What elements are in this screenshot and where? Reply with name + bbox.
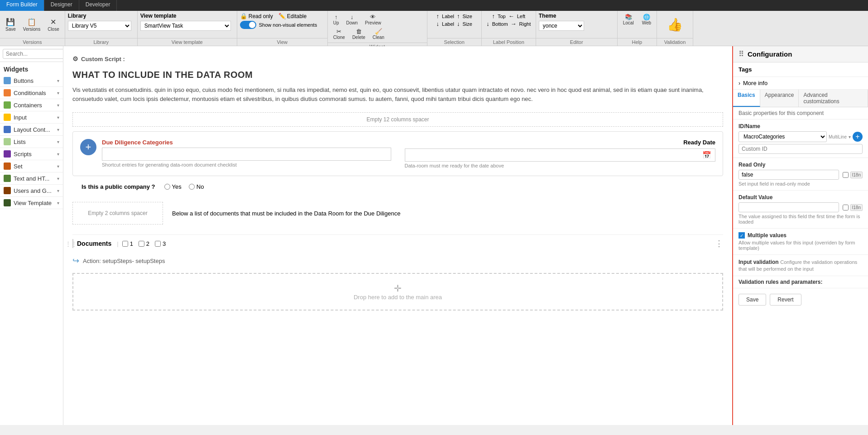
- widget-group-lists: Lists ▾: [0, 136, 63, 148]
- bottom-label: Bottom: [492, 21, 508, 27]
- close-button[interactable]: ✕ Close: [45, 17, 62, 33]
- containers-chevron: ▾: [57, 103, 59, 108]
- ready-date-input-row: 📅: [405, 148, 716, 162]
- widget-group-text-header[interactable]: Text and HT... ▾: [0, 172, 63, 184]
- widget-group-buttons: Buttons ▾: [0, 75, 63, 87]
- view-template-chevron: ▾: [57, 201, 59, 206]
- versions-button[interactable]: 📋 Versions: [20, 17, 43, 33]
- read-only-checkbox[interactable]: [843, 172, 849, 178]
- multiple-values-desc: Allow multiple values for this input (ov…: [739, 240, 863, 251]
- add-id-button[interactable]: +: [853, 132, 863, 142]
- delete-button[interactable]: 🗑 Delete: [350, 27, 368, 41]
- local-button[interactable]: 📚 Local: [620, 13, 637, 26]
- no-radio[interactable]: No: [189, 183, 204, 190]
- more-info-label: More info: [743, 80, 767, 86]
- preview-icon: 👁: [370, 14, 376, 20]
- ready-date-input[interactable]: [409, 152, 703, 158]
- calendar-icon[interactable]: 📅: [702, 151, 711, 159]
- text-icon: [4, 175, 11, 182]
- scripts-icon: [4, 150, 11, 158]
- containers-label: Containers: [14, 102, 42, 109]
- tab-advanced[interactable]: Advanced customizations: [799, 90, 868, 107]
- ready-date-hint: Data-room must me ready for the date abo…: [405, 163, 716, 168]
- size-down-icon: ↓: [457, 20, 460, 27]
- down-button[interactable]: ↓ Down: [344, 13, 361, 26]
- doc-checkboxes: 1 2 3: [122, 240, 166, 247]
- widget-group-set-header[interactable]: Set ▾: [0, 160, 63, 172]
- clean-button[interactable]: 🧹 Clean: [370, 27, 387, 41]
- doc-cb-1[interactable]: 1: [122, 240, 133, 247]
- search-input[interactable]: [3, 49, 63, 59]
- more-info-row[interactable]: › More info: [733, 77, 868, 90]
- no-radio-input[interactable]: [189, 184, 195, 190]
- read-only-field-label: Read Only: [739, 162, 863, 168]
- widget-group-text: Text and HT... ▾: [0, 172, 63, 185]
- clone-button[interactable]: ✂ Clone: [331, 27, 348, 41]
- delete-label: Delete: [352, 35, 365, 40]
- spacer-12-columns: Empty 12 columns spacer: [72, 112, 723, 127]
- gear-icon: ⚙: [72, 55, 78, 62]
- theme-select[interactable]: yonce: [539, 21, 584, 31]
- panel-revert-button[interactable]: Revert: [770, 294, 801, 306]
- due-dil-input[interactable]: [102, 148, 391, 161]
- default-i18n: I18n: [843, 204, 863, 211]
- tab-designer[interactable]: Designer: [44, 0, 79, 11]
- default-value-desc: The value assigned to this field the fir…: [739, 214, 863, 225]
- doc-separator: |: [117, 240, 118, 247]
- add-due-dil-button[interactable]: +: [80, 139, 96, 155]
- widget-group-scripts-header[interactable]: Scripts ▾: [0, 148, 63, 160]
- tab-basics[interactable]: Basics: [733, 90, 760, 107]
- widget-group-containers-header[interactable]: Containers ▾: [0, 99, 63, 111]
- doc-cb-2-input[interactable]: [139, 241, 144, 247]
- action-row: ↪ Action: setupSteps- setupSteps: [72, 252, 723, 269]
- widget-group-input: Input ▾: [0, 111, 63, 124]
- up-button[interactable]: ↑ Up: [331, 13, 342, 26]
- widget-group-input-header[interactable]: Input ▾: [0, 111, 63, 123]
- default-value-checkbox[interactable]: [843, 205, 849, 210]
- input-validation-section: Input validation Configure the validatio…: [733, 255, 868, 276]
- drop-zone[interactable]: ✛ Drop here to add to the main area: [72, 273, 723, 311]
- tab-form-builder[interactable]: Form Builder: [0, 0, 44, 11]
- doc-cb-2[interactable]: 2: [139, 240, 149, 247]
- content-body-text: Vis vetustatis et consuetudinis. quin in…: [72, 86, 723, 103]
- library-select[interactable]: Library V5: [68, 21, 131, 31]
- documents-label: Documents: [77, 240, 111, 247]
- default-value-input[interactable]: [739, 202, 839, 212]
- clone-icon: ✂: [336, 28, 341, 35]
- read-only-input[interactable]: [739, 170, 839, 180]
- widget-group-users-header[interactable]: Users and G... ▾: [0, 185, 63, 196]
- input-icon: [4, 114, 11, 121]
- doc-cb-3-input[interactable]: [155, 241, 161, 247]
- yes-radio-input[interactable]: [164, 184, 170, 190]
- web-button[interactable]: 🌐 Web: [639, 13, 654, 26]
- view-template-select[interactable]: SmartView Task: [140, 21, 231, 31]
- tab-appearance[interactable]: Appearance: [760, 90, 799, 107]
- custom-id-input[interactable]: [739, 144, 863, 154]
- doc-cb-1-label: 1: [130, 240, 133, 247]
- doc-cb-3[interactable]: 3: [155, 240, 166, 247]
- id-name-label: ID/Name: [739, 123, 863, 129]
- doc-cb-3-label: 3: [163, 240, 166, 247]
- bottom-icon: ↓: [486, 20, 489, 27]
- action-icon: ↪: [72, 256, 79, 266]
- multiple-values-label: Multiple values: [748, 232, 786, 239]
- yes-radio[interactable]: Yes: [164, 183, 182, 190]
- tab-developer[interactable]: Developer: [79, 0, 117, 11]
- doc-cb-1-input[interactable]: [122, 241, 128, 247]
- widget-group-lists-header[interactable]: Lists ▾: [0, 136, 63, 148]
- panel-save-button[interactable]: Save: [739, 294, 766, 306]
- id-name-select[interactable]: MacroCategories: [739, 131, 827, 142]
- widget-group-buttons-header[interactable]: Buttons ▾: [0, 75, 63, 86]
- dropdown-icon: ▾: [849, 134, 851, 139]
- public-company-label: Is this a public company ?: [82, 183, 155, 190]
- preview-button[interactable]: 👁 Preview: [362, 13, 384, 26]
- multiple-values-checkbox[interactable]: ✓: [739, 232, 745, 239]
- doc-more-button[interactable]: ⋮: [715, 239, 723, 249]
- widget-group-conditionals-header[interactable]: Conditionals ▾: [0, 87, 63, 99]
- widget-group-view-template-header[interactable]: View Template ▾: [0, 197, 63, 209]
- widget-group-layout-header[interactable]: Layout Cont... ▾: [0, 124, 63, 135]
- save-button[interactable]: 💾 Save: [3, 17, 19, 33]
- edit-icon: ✏️: [278, 13, 286, 19]
- drag-handle[interactable]: ⋮⋮: [65, 240, 77, 247]
- show-non-visual-toggle[interactable]: [240, 21, 256, 29]
